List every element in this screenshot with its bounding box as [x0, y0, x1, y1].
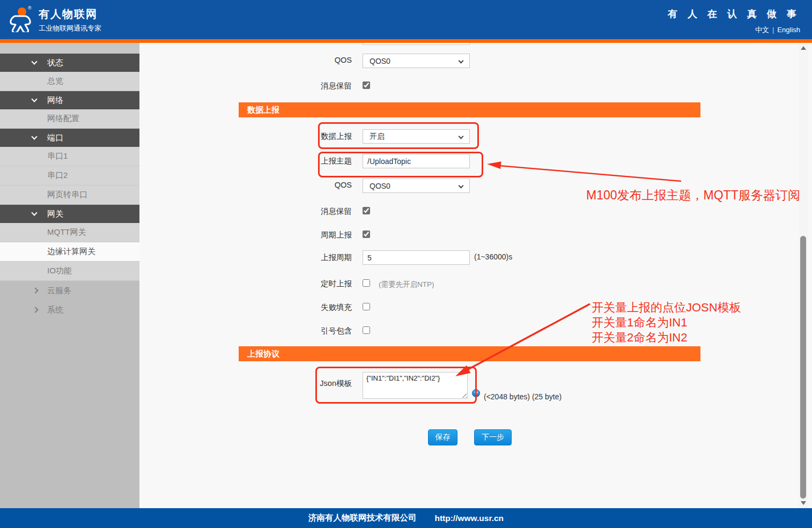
lang-english[interactable]: English — [777, 26, 800, 34]
section-header-protocol: 上报协议 — [239, 346, 700, 361]
sidebar-group-label: 系统 — [47, 305, 63, 315]
qos-label: QOS — [277, 181, 352, 189]
main-content: QOS QOS0 消息保留 数据上报 数据上报 开启 上报主题 QOS QOS0… — [139, 43, 799, 508]
header-slogan: 有 人 在 认 真 做 事 — [668, 8, 800, 20]
periodic-upload-label: 周期上报 — [277, 230, 352, 240]
quote-include-label: 引号包含 — [277, 326, 352, 336]
sidebar-item-label: 串口2 — [47, 170, 68, 181]
accent-strip — [0, 39, 812, 43]
brand: ® 有人物联网 工业物联网通讯专家 — [8, 5, 101, 34]
lang-chinese[interactable]: 中文 — [755, 26, 769, 34]
sidebar-group-label: 状态 — [47, 58, 63, 68]
sidebar-item-label: 网络配置 — [47, 114, 79, 124]
retain-top-label: 消息保留 — [277, 81, 352, 91]
fail-padding-checkbox[interactable] — [363, 303, 370, 310]
sidebar-group-label: 网络 — [47, 95, 63, 106]
footer-url-link[interactable]: http://www.usr.cn — [434, 514, 504, 523]
sidebar-nav: 状态 总览 网络 网络配置 端口 串口1 串口2 网页转串口 网关 M — [0, 43, 139, 508]
scroll-up-icon[interactable] — [801, 46, 806, 50]
brand-title: 有人物联网 — [39, 7, 101, 21]
sidebar-group-cloud-services[interactable]: 云服务 — [0, 281, 139, 300]
sidebar-item-label: IO功能 — [47, 266, 72, 276]
retain-top-checkbox[interactable] — [363, 81, 370, 89]
vertical-scrollbar[interactable] — [799, 43, 808, 508]
sidebar-group-label: 网关 — [47, 209, 63, 219]
data-upload-select[interactable]: 开启 — [363, 129, 470, 144]
sidebar-item-mqtt-gateway[interactable]: MQTT网关 — [0, 223, 139, 242]
json-template-textarea[interactable]: {"IN1":"DI1","IN2":"DI2"} — [363, 372, 468, 399]
timed-upload-checkbox[interactable] — [363, 279, 370, 287]
upload-period-input[interactable] — [363, 250, 470, 265]
sidebar-item-serial2[interactable]: 串口2 — [0, 166, 139, 185]
fail-padding-label: 失败填充 — [277, 302, 352, 313]
scroll-down-icon[interactable] — [801, 501, 806, 505]
retain-checkbox[interactable] — [363, 207, 370, 214]
scrollbar-thumb[interactable] — [800, 236, 806, 499]
periodic-upload-checkbox[interactable] — [363, 230, 370, 238]
chevron-down-icon — [31, 58, 37, 64]
upload-topic-input[interactable] — [363, 154, 470, 168]
timed-upload-hint: (需要先开启NTP) — [379, 280, 434, 289]
chevron-down-icon — [459, 183, 464, 189]
sidebar-item-label: 边缘计算网关 — [47, 247, 95, 257]
sidebar-item-network-config[interactable]: 网络配置 — [0, 109, 139, 129]
section-header-data-upload: 数据上报 — [239, 102, 700, 117]
sidebar-item-label: 总览 — [47, 76, 63, 86]
chevron-down-icon — [31, 133, 37, 139]
qos-top-value: QOS0 — [370, 57, 390, 65]
chevron-right-icon — [32, 287, 38, 293]
chevron-right-icon — [32, 307, 38, 313]
footer-bar: 济南有人物联网技术有限公司 http://www.usr.cn — [0, 508, 812, 528]
json-template-bytes-hint: (<2048 bytes) (25 byte) — [484, 392, 562, 401]
sidebar-group-ports[interactable]: 端口 — [0, 129, 139, 147]
upload-period-range-hint: (1~36000)s — [474, 252, 512, 261]
sidebar-item-web-to-serial[interactable]: 网页转串口 — [0, 185, 139, 205]
sidebar-group-gateway[interactable]: 网关 — [0, 205, 139, 223]
upload-period-label: 上报周期 — [277, 252, 352, 263]
chevron-down-icon — [459, 58, 464, 64]
chevron-down-icon — [31, 210, 37, 215]
sidebar-group-status[interactable]: 状态 — [0, 54, 139, 72]
sidebar-item-edge-gateway[interactable]: 边缘计算网关 — [0, 242, 139, 262]
page: ® 有人物联网 工业物联网通讯专家 有 人 在 认 真 做 事 中文|Engli… — [0, 0, 812, 528]
sidebar-group-system[interactable]: 系统 — [0, 300, 139, 319]
sidebar-item-overview[interactable]: 总览 — [0, 72, 139, 91]
timed-upload-label: 定时上报 — [277, 279, 352, 289]
chevron-down-icon — [31, 96, 37, 102]
qos-top-select[interactable]: QOS0 — [363, 54, 470, 68]
qos-value: QOS0 — [370, 182, 390, 190]
next-button[interactable]: 下一步 — [474, 429, 512, 445]
chevron-down-icon — [459, 134, 464, 139]
lang-divider: | — [772, 26, 774, 34]
footer-company: 济南有人物联网技术有限公司 — [308, 512, 417, 524]
brand-subtitle: 工业物联网通讯专家 — [39, 24, 101, 33]
sidebar-item-label: 串口1 — [47, 151, 68, 161]
language-switch: 中文|English — [668, 25, 800, 35]
help-icon[interactable]: ? — [472, 389, 480, 397]
top-header-bar: ® 有人物联网 工业物联网通讯专家 有 人 在 认 真 做 事 中文|Engli… — [0, 0, 812, 39]
sidebar-top-strip — [0, 43, 139, 54]
sidebar-item-io-function[interactable]: IO功能 — [0, 262, 139, 281]
registered-mark: ® — [28, 5, 32, 11]
sidebar-item-serial1[interactable]: 串口1 — [0, 147, 139, 166]
data-upload-label: 数据上报 — [277, 131, 352, 142]
data-upload-value: 开启 — [370, 132, 385, 142]
qos-top-label: QOS — [277, 56, 352, 64]
truncated-input[interactable] — [363, 43, 470, 45]
save-button[interactable]: 保存 — [428, 429, 457, 445]
sidebar-item-label: MQTT网关 — [47, 227, 86, 237]
qos-select[interactable]: QOS0 — [363, 179, 470, 193]
sidebar-item-label: 网页转串口 — [47, 190, 87, 200]
usr-logo-icon: ® — [8, 5, 32, 34]
retain-label: 消息保留 — [277, 206, 352, 217]
sidebar-group-network[interactable]: 网络 — [0, 91, 139, 109]
sidebar-group-label: 云服务 — [47, 286, 71, 296]
sidebar-group-label: 端口 — [47, 133, 63, 143]
upload-topic-label: 上报主题 — [277, 156, 352, 166]
quote-include-checkbox[interactable] — [363, 326, 370, 334]
json-template-label: Json模板 — [277, 378, 352, 389]
